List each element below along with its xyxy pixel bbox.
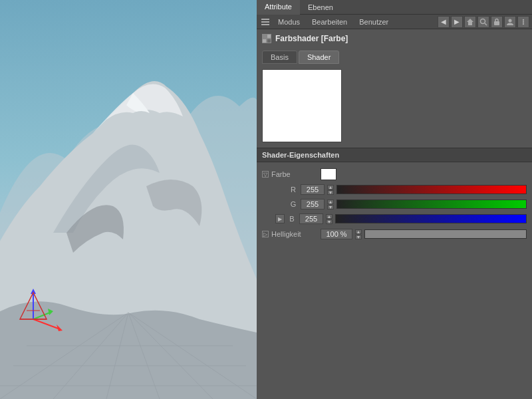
- farbe-label: Farbe: [271, 170, 318, 178]
- menu-bar: Modus Bearbeiten Benutzer ◀ ▶: [257, 15, 532, 29]
- attribute-panel: Attribute Ebenen Modus Bearbeiten Benutz…: [257, 0, 532, 399]
- b-play-button[interactable]: ▶: [275, 214, 285, 223]
- b-up-arrow[interactable]: ▲: [326, 214, 332, 219]
- helligkeit-expand-btn[interactable]: ▷: [262, 231, 269, 237]
- menu-modus[interactable]: Modus: [273, 17, 305, 27]
- farbe-expand-btn[interactable]: ▽: [262, 171, 269, 178]
- helligkeit-up-arrow[interactable]: ▲: [355, 229, 362, 234]
- b-down-arrow[interactable]: ▼: [326, 219, 332, 224]
- helligkeit-down-arrow[interactable]: ▼: [355, 235, 362, 239]
- home-button[interactable]: [464, 16, 476, 28]
- subtab-shader[interactable]: Shader: [299, 51, 339, 64]
- gizmo-axis: [13, 279, 66, 332]
- subtab-basis[interactable]: Basis: [262, 51, 297, 64]
- svg-rect-33: [267, 39, 271, 43]
- title-bar: Farbshader [Farbe]: [257, 29, 532, 48]
- tab-ebenen[interactable]: Ebenen: [300, 0, 341, 15]
- svg-line-14: [33, 313, 50, 319]
- b-value-input[interactable]: [299, 213, 323, 224]
- b-channel-row: ▶ B ▲ ▼: [257, 211, 532, 226]
- g-value-input[interactable]: [301, 199, 325, 209]
- r-label: R: [289, 186, 298, 194]
- sub-tabs-bar: Basis Shader: [257, 48, 532, 64]
- color-preview-box: [262, 69, 342, 142]
- svg-rect-19: [261, 19, 269, 20]
- nav-forward-button[interactable]: ▶: [451, 16, 463, 28]
- top-tabs-bar: Attribute Ebenen: [257, 0, 532, 15]
- menu-benutzer[interactable]: Benutzer: [354, 17, 394, 27]
- user-button[interactable]: [504, 16, 516, 28]
- shader-icon: [262, 34, 271, 43]
- svg-point-26: [509, 19, 512, 22]
- panel-title: Farbshader [Farbe]: [275, 34, 348, 43]
- r-stepper[interactable]: ▲ ▼: [327, 184, 334, 195]
- svg-rect-21: [261, 24, 269, 25]
- panel-menu-icon[interactable]: [259, 16, 271, 28]
- r-value-input[interactable]: [301, 184, 325, 195]
- g-slider-fill: [337, 200, 526, 208]
- color-swatch[interactable]: [321, 168, 336, 180]
- svg-marker-15: [48, 309, 53, 315]
- r-channel-row: R ▲ ▼: [257, 182, 532, 197]
- svg-line-12: [33, 319, 60, 329]
- lock-button[interactable]: [491, 16, 503, 28]
- r-down-arrow[interactable]: ▼: [327, 190, 334, 195]
- menu-bearbeiten[interactable]: Bearbeiten: [307, 17, 352, 27]
- search-button[interactable]: [477, 16, 489, 28]
- g-label: G: [289, 200, 298, 208]
- r-up-arrow[interactable]: ▲: [327, 185, 334, 190]
- svg-rect-25: [494, 21, 499, 25]
- more-button[interactable]: [517, 16, 529, 28]
- b-label: B: [287, 215, 297, 223]
- toolbar-icons: ◀ ▶: [438, 16, 529, 28]
- g-channel-row: G ▲ ▼: [257, 197, 532, 211]
- r-slider[interactable]: [336, 185, 527, 194]
- svg-marker-22: [467, 19, 473, 25]
- svg-line-24: [485, 23, 487, 25]
- b-stepper[interactable]: ▲ ▼: [326, 213, 332, 224]
- g-stepper[interactable]: ▲ ▼: [327, 199, 334, 209]
- svg-point-28: [523, 21, 524, 22]
- helligkeit-stepper[interactable]: ▲ ▼: [355, 229, 362, 239]
- svg-rect-31: [267, 35, 271, 38]
- svg-rect-32: [263, 39, 266, 43]
- svg-rect-30: [263, 35, 266, 38]
- farbe-row: ▽ Farbe: [257, 166, 532, 182]
- svg-rect-20: [261, 21, 269, 23]
- properties-panel: ▽ Farbe R ▲ ▼ G ▲ ▼: [257, 162, 532, 399]
- r-slider-fill: [337, 186, 526, 194]
- b-slider-fill: [336, 215, 526, 223]
- svg-point-29: [523, 23, 524, 24]
- helligkeit-value-input[interactable]: [321, 229, 352, 239]
- helligkeit-row: ▷ Helligkeit ▲ ▼: [257, 226, 532, 242]
- g-down-arrow[interactable]: ▼: [327, 205, 334, 209]
- b-slider[interactable]: [335, 214, 527, 223]
- section-header: Shader-Eigenschaften: [257, 148, 532, 162]
- helligkeit-label: Helligkeit: [271, 230, 318, 238]
- svg-point-27: [523, 19, 524, 20]
- helligkeit-slider[interactable]: [364, 229, 527, 239]
- tab-attribute[interactable]: Attribute: [257, 0, 300, 15]
- g-up-arrow[interactable]: ▲: [327, 200, 334, 204]
- helligkeit-slider-fill: [365, 230, 526, 238]
- viewport-3d[interactable]: [0, 0, 257, 399]
- nav-back-button[interactable]: ◀: [438, 16, 450, 28]
- svg-point-23: [481, 19, 485, 23]
- preview-area: [257, 64, 532, 148]
- g-slider[interactable]: [336, 200, 527, 209]
